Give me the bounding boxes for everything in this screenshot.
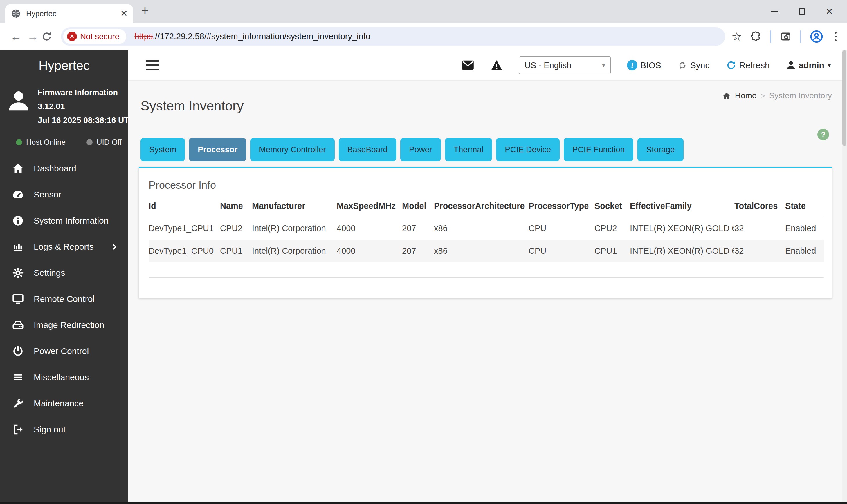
browser-toolbar: ← → ✕ Not secure https://172.29.2.58/#sy… (0, 23, 847, 50)
processor-table: Id Name Manufacturer MaxSpeedMHz Model P… (149, 198, 824, 277)
window-close-button[interactable]: ✕ (816, 0, 843, 23)
browser-profile-avatar[interactable] (810, 30, 823, 43)
sidebar-item-miscellaneous[interactable]: Miscellaneous (0, 364, 128, 390)
url-bar[interactable]: ✕ Not secure https://172.29.2.58/#system… (61, 27, 725, 46)
tab-thermal[interactable]: Thermal (445, 138, 492, 161)
help-icon[interactable]: ? (817, 129, 829, 140)
user-avatar-icon (6, 88, 31, 125)
window-minimize-button[interactable] (761, 0, 788, 23)
wrench-icon (11, 398, 25, 409)
sidebar-item-sensor[interactable]: Sensor (0, 182, 128, 208)
sidebar-item-system-information[interactable]: System Information (0, 208, 128, 234)
tab-system[interactable]: System (140, 138, 185, 161)
extensions-puzzle-icon[interactable] (750, 31, 762, 42)
notifications-mail-button[interactable] (462, 60, 474, 70)
language-value: US - English (524, 60, 571, 70)
sidebar-item-label: Power Control (34, 346, 89, 356)
not-secure-badge[interactable]: ✕ Not secure (63, 29, 126, 44)
monitor-icon (11, 293, 25, 305)
table-row: DevType1_CPU0 CPU1 Intel(R) Corporation … (149, 240, 824, 263)
cell-manufacturer: Intel(R) Corporation (252, 217, 337, 240)
sidebar-item-label: Maintenance (34, 398, 84, 408)
tab-storage[interactable]: Storage (637, 138, 683, 161)
language-select[interactable]: US - English ▾ (519, 56, 611, 74)
refresh-label: Refresh (739, 60, 770, 70)
breadcrumb: Home > System Inventory (722, 91, 832, 100)
cell-maxspeed: 4000 (337, 217, 402, 240)
envelope-icon (462, 60, 474, 70)
inventory-tabs: System Processor Memory Controller BaseB… (140, 138, 832, 161)
cell-architecture: x86 (434, 217, 529, 240)
bios-label: BIOS (640, 60, 661, 70)
tab-pcie-device[interactable]: PCIE Device (496, 138, 560, 161)
bar-chart-icon (11, 241, 25, 253)
sidebar-item-logs-reports[interactable]: Logs & Reports (0, 234, 128, 260)
panel-title: Processor Info (149, 179, 822, 192)
refresh-button[interactable]: Refresh (726, 60, 770, 70)
tab-memory-controller[interactable]: Memory Controller (250, 138, 334, 161)
vertical-scrollbar[interactable] (842, 50, 847, 504)
sidebar-item-dashboard[interactable]: Dashboard (0, 156, 128, 182)
sync-button[interactable]: Sync (677, 60, 710, 70)
sidebar-item-settings[interactable]: Settings (0, 260, 128, 286)
sidebar-menu: Dashboard Sensor System Information Logs… (0, 156, 128, 443)
home-icon (11, 163, 25, 174)
bookmark-star-icon[interactable]: ☆ (731, 31, 742, 42)
browser-tab-title: Hypertec (26, 9, 115, 18)
browser-tab[interactable]: Hypertec ✕ (5, 4, 133, 23)
cell-cores: 32 (734, 217, 785, 240)
forward-button[interactable]: → (24, 31, 41, 42)
cell-family: INTEL(R) XEON(R) GOLD 6530 (630, 240, 734, 263)
toolbar-divider (800, 30, 801, 43)
user-caret-icon: ▾ (828, 62, 831, 69)
user-label: admin (799, 60, 824, 70)
sidebar-item-power-control[interactable]: Power Control (0, 338, 128, 364)
column-header: State (785, 198, 824, 217)
tab-close-icon[interactable]: ✕ (120, 9, 128, 18)
column-header: Socket (594, 198, 630, 217)
tab-search-icon[interactable] (780, 31, 792, 42)
browser-menu-icon[interactable] (832, 32, 840, 41)
tab-baseboard[interactable]: BaseBoard (339, 138, 397, 161)
cell-type: CPU (529, 217, 594, 240)
column-header: Model (402, 198, 434, 217)
scrollbar-thumb[interactable] (842, 50, 846, 146)
gauge-icon (11, 188, 25, 201)
cell-architecture: x86 (434, 240, 529, 263)
tab-pcie-function[interactable]: PCIE Function (564, 138, 634, 161)
cell-cores: 32 (734, 240, 785, 263)
browser-tab-strip: Hypertec ✕ + ✕ (0, 0, 847, 23)
hamburger-menu-icon[interactable] (146, 60, 159, 70)
tab-power[interactable]: Power (400, 138, 440, 161)
sidebar-item-remote-control[interactable]: Remote Control (0, 286, 128, 312)
cell-family: INTEL(R) XEON(R) GOLD 6530 (630, 217, 734, 240)
firmware-block: Firmware Information 3.12.01 Jul 16 2025… (0, 80, 128, 125)
cell-manufacturer: Intel(R) Corporation (252, 240, 337, 263)
bios-button[interactable]: i BIOS (627, 60, 661, 70)
sidebar-item-maintenance[interactable]: Maintenance (0, 390, 128, 416)
sidebar-item-sign-out[interactable]: Sign out (0, 416, 128, 443)
host-status-label: Host Online (26, 138, 66, 147)
window-bottom-edge (0, 502, 847, 504)
alerts-warning-button[interactable] (490, 60, 503, 71)
processor-info-panel: Processor Info Id Name Manufacturer MaxS… (139, 167, 832, 298)
tab-processor[interactable]: Processor (189, 138, 246, 161)
minimize-icon (771, 11, 778, 12)
user-icon (786, 60, 796, 70)
url-text: https://172.29.2.58/#system_information/… (134, 32, 370, 41)
column-header: MaxSpeedMHz (337, 198, 402, 217)
reload-button[interactable] (41, 31, 58, 42)
new-tab-button[interactable]: + (141, 4, 149, 17)
breadcrumb-home[interactable]: Home (735, 91, 757, 100)
cell-state: Enabled (785, 217, 824, 240)
firmware-information-link[interactable]: Firmware Information (38, 88, 128, 97)
sidebar-item-image-redirection[interactable]: Image Redirection (0, 312, 128, 338)
sidebar-item-label: Miscellaneous (34, 372, 89, 382)
window-maximize-button[interactable] (788, 0, 816, 23)
user-menu[interactable]: admin ▾ (786, 60, 831, 70)
select-caret-icon: ▾ (602, 61, 605, 69)
globe-favicon-icon (11, 9, 21, 19)
back-button[interactable]: ← (7, 31, 24, 42)
cell-id: DevType1_CPU1 (149, 217, 220, 240)
app-window: Hypertec Firmware Information 3.12.01 Ju… (0, 50, 847, 504)
